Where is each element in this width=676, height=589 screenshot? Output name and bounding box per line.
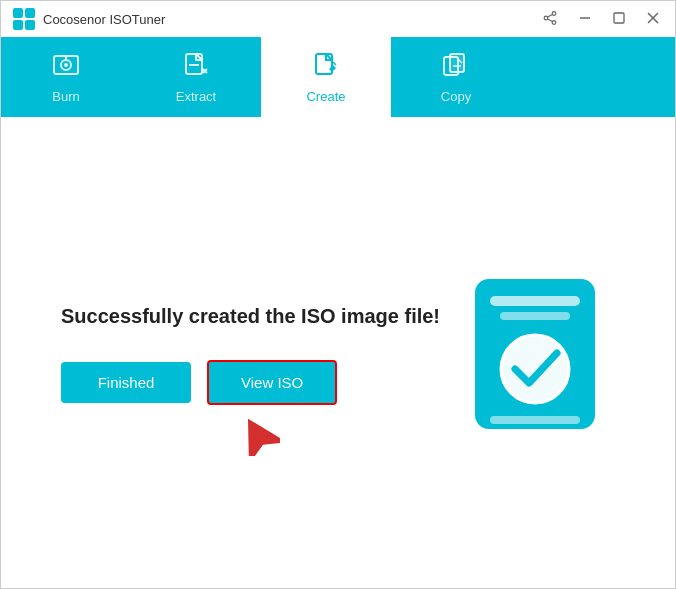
window-controls: [539, 9, 663, 29]
svg-rect-26: [490, 296, 580, 306]
svg-rect-27: [500, 312, 570, 320]
svg-rect-30: [490, 416, 580, 424]
app-title: Cocosenor ISOTuner: [43, 12, 165, 27]
app-logo-icon: [13, 8, 35, 30]
svg-point-15: [64, 63, 68, 67]
share-button[interactable]: [539, 9, 561, 29]
content-left: Successfully created the ISO image file!…: [61, 302, 455, 405]
minimize-button[interactable]: [575, 10, 595, 28]
svg-point-6: [544, 16, 548, 20]
iso-success-illustration: [465, 274, 605, 434]
svg-point-4: [552, 12, 556, 16]
svg-line-8: [548, 19, 553, 22]
svg-point-5: [552, 21, 556, 25]
burn-tab-label: Burn: [52, 89, 79, 104]
svg-line-20: [333, 62, 336, 65]
content-right: [455, 274, 615, 434]
maximize-button[interactable]: [609, 10, 629, 28]
extract-tab-label: Extract: [176, 89, 216, 104]
title-bar: Cocosenor ISOTuner: [1, 1, 675, 37]
tab-burn[interactable]: Burn: [1, 37, 131, 117]
create-tab-label: Create: [306, 89, 345, 104]
create-icon: [312, 51, 340, 83]
svg-line-7: [548, 14, 553, 17]
success-message: Successfully created the ISO image file!: [61, 302, 455, 330]
burn-icon: [52, 51, 80, 83]
svg-rect-2: [13, 20, 23, 30]
svg-rect-1: [25, 8, 35, 18]
svg-rect-0: [13, 8, 23, 18]
tab-copy[interactable]: Copy: [391, 37, 521, 117]
finished-button[interactable]: Finished: [61, 362, 191, 403]
nav-bar: Burn Extract Create: [1, 37, 675, 117]
copy-tab-label: Copy: [441, 89, 471, 104]
app-logo: Cocosenor ISOTuner: [13, 8, 165, 30]
close-button[interactable]: [643, 10, 663, 28]
svg-rect-10: [614, 13, 624, 23]
arrow-indicator: [236, 412, 280, 460]
copy-icon: [442, 51, 470, 83]
main-content: Successfully created the ISO image file!…: [1, 117, 675, 589]
view-iso-button[interactable]: View ISO: [207, 360, 337, 405]
tab-extract[interactable]: Extract: [131, 37, 261, 117]
svg-marker-24: [236, 412, 280, 456]
action-buttons: Finished View ISO: [61, 360, 455, 405]
svg-rect-3: [25, 20, 35, 30]
extract-icon: [182, 51, 210, 83]
tab-create[interactable]: Create: [261, 37, 391, 117]
